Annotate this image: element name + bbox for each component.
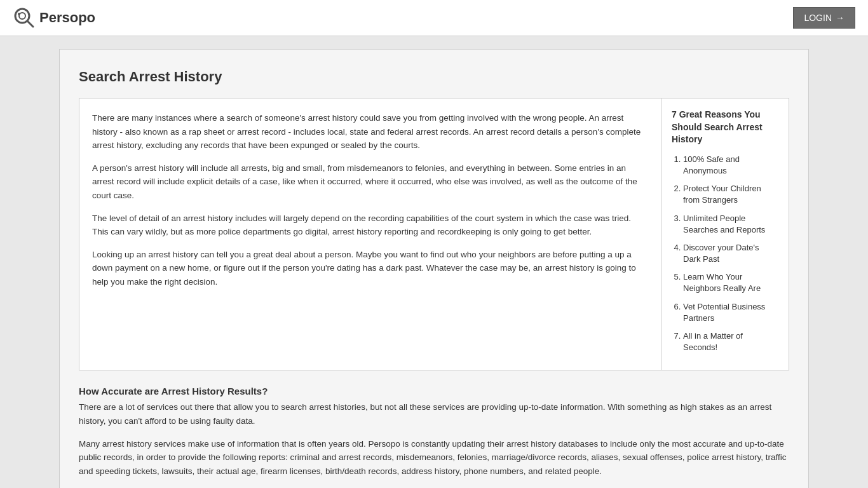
sidebar: 7 Great Reasons You Should Search Arrest… <box>661 98 789 370</box>
sidebar-list: 100% Safe and Anonymous Protect Your Chi… <box>672 154 778 354</box>
persopo-logo-icon <box>13 6 36 29</box>
header: Persopo LOGIN → <box>0 0 868 36</box>
section-1-para-2: Many arrest history services make use of… <box>79 437 789 478</box>
section-1-title: How Accurate are Arrest History Results? <box>79 386 789 396</box>
paragraph-4: Looking up an arrest history can tell yo… <box>92 248 648 289</box>
list-item: 100% Safe and Anonymous <box>683 154 778 177</box>
lower-content: How Accurate are Arrest History Results?… <box>79 386 789 488</box>
paragraph-1: There are many instances where a search … <box>92 111 648 152</box>
svg-point-3 <box>18 13 20 15</box>
list-item: Discover your Date's Dark Past <box>683 242 778 265</box>
section-1-para-1: There are a lot of services out there th… <box>79 400 789 428</box>
paragraph-2: A person's arrest history will include a… <box>92 161 648 203</box>
main-text-area: There are many instances where a search … <box>79 98 661 370</box>
svg-line-2 <box>27 21 33 27</box>
content-row: There are many instances where a search … <box>79 98 789 370</box>
login-button[interactable]: LOGIN → <box>793 7 855 29</box>
list-item: Learn Who Your Neighbors Really Are <box>683 271 778 294</box>
list-item: Protect Your Children from Strangers <box>683 183 778 206</box>
page-title: Search Arrest History <box>79 69 789 85</box>
login-arrow-icon: → <box>836 13 844 23</box>
main-container: Search Arrest History There are many ins… <box>59 49 809 488</box>
paragraph-3: The level of detail of an arrest history… <box>92 212 648 239</box>
list-item: All in a Matter of Seconds! <box>683 330 778 353</box>
list-item: Vet Potential Business Partners <box>683 301 778 324</box>
list-item: Unlimited People Searches and Reports <box>683 213 778 236</box>
logo-area: Persopo <box>13 6 95 29</box>
logo-text: Persopo <box>39 10 95 26</box>
sidebar-title: 7 Great Reasons You Should Search Arrest… <box>672 109 778 146</box>
